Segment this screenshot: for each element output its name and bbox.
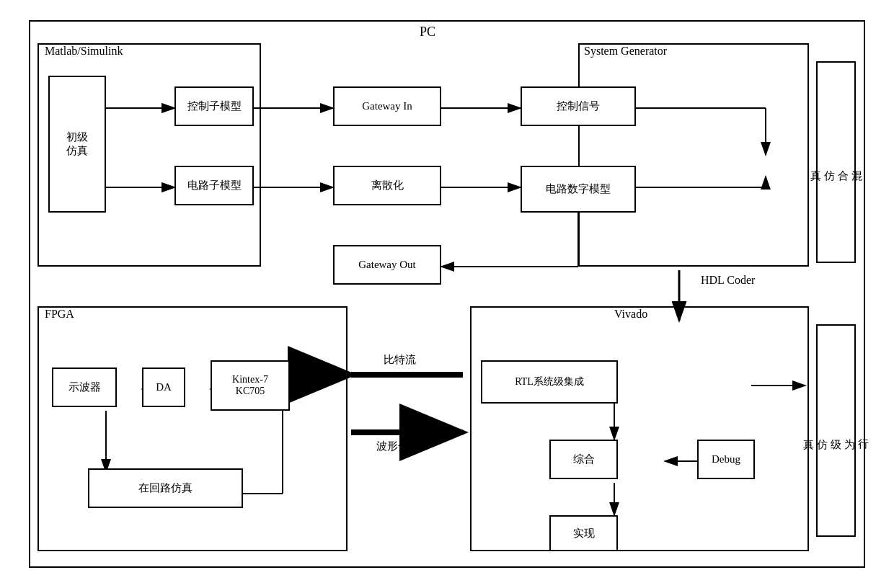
da-box: DA — [142, 368, 185, 407]
kintex-box: Kintex-7 KC705 — [211, 360, 290, 411]
hdl-coder-label: HDL Coder — [701, 274, 755, 287]
matlab-label: Matlab/Simulink — [45, 45, 123, 58]
gateway-in-label: Gateway In — [362, 100, 412, 112]
vivado-region — [470, 306, 809, 551]
chujifangzhen-box: 初级 仿真 — [48, 76, 106, 213]
shibo-label: 示波器 — [68, 380, 101, 394]
zaihuilufangzhen-label: 在回路仿真 — [138, 481, 192, 495]
zonghe-label: 综合 — [573, 453, 595, 466]
zonghe-box: 综合 — [549, 440, 618, 479]
zaihuilufangzhen-box: 在回路仿真 — [88, 468, 243, 508]
debug-box: Debug — [697, 440, 755, 479]
kongzhi-zimodel-label: 控制子模型 — [187, 99, 242, 113]
rtl-box: RTL系统级集成 — [481, 360, 618, 404]
vivado-label: Vivado — [614, 308, 647, 321]
hunhe-fangzhen-label: 混 合 仿 真 — [809, 161, 864, 163]
xingjifangzhen-box: 行 为 级 仿 真 — [816, 324, 856, 537]
boxingfenxi-label: 波形分析 — [376, 440, 420, 453]
gateway-in-box: Gateway In — [333, 86, 441, 126]
pc-label: PC — [420, 24, 435, 40]
dianlu-digital-label: 电路数字模型 — [546, 182, 611, 196]
dianlu-zimodel-box: 电路子模型 — [174, 166, 254, 205]
dianlu-zimodel-label: 电路子模型 — [187, 179, 242, 192]
main-diagram: PC Matlab/Simulink System Generator 初级 仿… — [29, 20, 865, 568]
gateway-out-label: Gateway Out — [358, 259, 416, 271]
shibo-box: 示波器 — [52, 368, 117, 407]
dianlu-digital-box: 电路数字模型 — [521, 166, 636, 213]
shixian-label: 实现 — [573, 527, 595, 540]
biteliu-label: 比特流 — [384, 353, 416, 367]
sysgen-region — [578, 43, 809, 267]
kongzhi-signal-box: 控制信号 — [521, 86, 636, 126]
gateway-out-box: Gateway Out — [333, 245, 441, 285]
kintex-label: Kintex-7 KC705 — [232, 374, 268, 397]
fpga-label: FPGA — [45, 308, 74, 321]
fpga-region — [37, 306, 348, 551]
chujifangzhen-label: 初级 仿真 — [66, 130, 88, 158]
da-label: DA — [156, 381, 172, 393]
rtl-label: RTL系统级集成 — [515, 375, 584, 388]
sysgen-label: System Generator — [584, 45, 667, 58]
xingjifangzhen-label: 行 为 级 仿 真 — [802, 430, 870, 432]
debug-label: Debug — [712, 453, 740, 466]
lisan-box: 离散化 — [333, 166, 441, 205]
shixian-box: 实现 — [549, 515, 618, 551]
kongzhi-signal-label: 控制信号 — [557, 99, 600, 113]
hunhe-fangzhen-box: 混 合 仿 真 — [816, 61, 856, 263]
kongzhi-zimodel-box: 控制子模型 — [174, 86, 254, 126]
lisan-label: 离散化 — [371, 179, 404, 192]
